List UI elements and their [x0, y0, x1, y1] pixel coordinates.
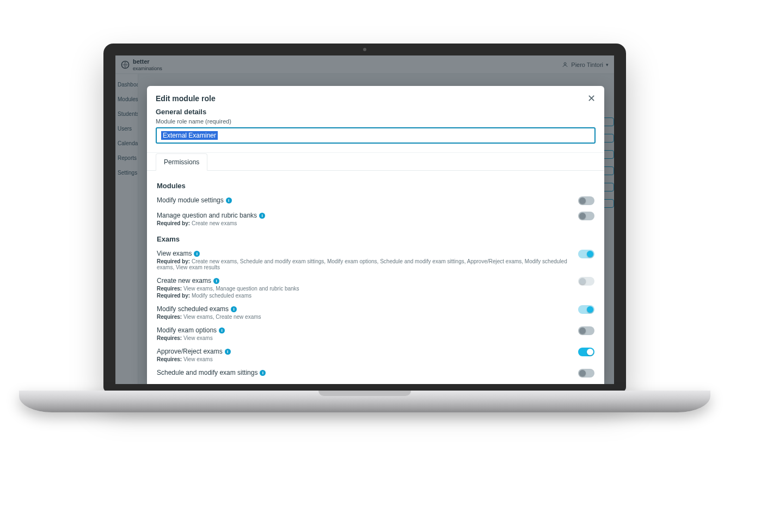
sidebar-item-settings[interactable]: Settings: [115, 165, 138, 180]
permissions-group-exams: Exams: [157, 235, 594, 243]
permission-meta: Required by: Create new exams: [157, 220, 567, 226]
permission-toggle[interactable]: [578, 212, 594, 220]
laptop-camera: [363, 48, 366, 51]
permission-name: Approve/Reject examsi: [157, 348, 231, 355]
permissions-group-modules: Modules: [157, 182, 594, 190]
brand-name: better: [133, 58, 150, 65]
permission-toggle[interactable]: [578, 348, 594, 356]
modal-tabs: Permissions: [147, 153, 604, 171]
user-icon: [562, 61, 568, 68]
sidebar-item-users[interactable]: Users: [115, 121, 138, 136]
permission-row: View examsiRequired by: Create new exams…: [157, 246, 594, 274]
role-name-label: Module role name (required): [156, 118, 596, 125]
user-name: Piero Tintori: [571, 61, 603, 68]
permission-meta: Requires: View exams, Create new exams: [157, 314, 567, 320]
permission-toggle[interactable]: [578, 326, 594, 335]
chevron-down-icon: ▾: [606, 62, 609, 67]
info-icon[interactable]: i: [231, 306, 237, 312]
permission-name: View examsi: [157, 250, 200, 257]
laptop-frame: better examinations Piero Tintori ▾ Dash…: [103, 44, 626, 392]
permission-meta: Requires: View exams: [157, 356, 567, 362]
permissions-panel: ModulesModify module settingsiManage que…: [147, 171, 604, 384]
info-icon[interactable]: i: [194, 251, 200, 257]
topbar: better examinations Piero Tintori ▾: [115, 55, 614, 74]
permission-toggle[interactable]: [578, 250, 594, 258]
permission-meta: Required by: Create new exams, Schedule …: [157, 258, 567, 270]
permission-row: Approve/Reject examsiRequires: View exam…: [157, 344, 594, 366]
user-menu[interactable]: Piero Tintori ▾: [562, 61, 609, 68]
permission-row: Modify exam optionsiRequires: View exams: [157, 323, 594, 344]
sidebar: Dashboard Modules Students Users Calenda…: [115, 74, 138, 384]
permission-name: Manage question and rubric banksi: [157, 212, 265, 219]
info-icon[interactable]: i: [226, 197, 232, 203]
info-icon[interactable]: i: [259, 213, 265, 219]
permission-row: Manage question and rubric banksiRequire…: [157, 208, 594, 230]
role-name-value: External Examiner: [161, 131, 218, 140]
permission-name: Schedule and modify exam sittingsi: [157, 369, 266, 376]
laptop-base: [19, 391, 710, 412]
permission-meta: Requires: View exams, Manage question an…: [157, 286, 567, 292]
permission-row: Modify module settingsi: [157, 193, 594, 208]
brand-mark-icon: [121, 60, 130, 69]
modal-title: Edit module role: [156, 94, 216, 103]
permission-name: Modify module settingsi: [157, 196, 232, 204]
app-screen: better examinations Piero Tintori ▾ Dash…: [115, 55, 614, 384]
permission-row: Modify scheduled examsiRequires: View ex…: [157, 302, 594, 323]
permission-meta: Required by: Modify scheduled exams: [157, 293, 567, 299]
sidebar-item-calendar[interactable]: Calendar: [115, 136, 138, 151]
info-icon[interactable]: i: [219, 327, 225, 333]
brand-sub: examinations: [133, 66, 162, 71]
role-name-input[interactable]: External Examiner: [156, 127, 596, 144]
tab-permissions[interactable]: Permissions: [156, 153, 207, 171]
brand-logo[interactable]: better examinations: [121, 58, 162, 71]
sidebar-item-reports[interactable]: Reports: [115, 151, 138, 165]
info-icon[interactable]: i: [213, 278, 219, 284]
permission-toggle[interactable]: [578, 305, 594, 314]
permission-name: Modify scheduled examsi: [157, 305, 237, 313]
permission-toggle[interactable]: [578, 277, 594, 286]
sidebar-item-students[interactable]: Students: [115, 107, 138, 121]
svg-point-1: [564, 63, 566, 65]
close-icon[interactable]: ✕: [587, 94, 596, 103]
permission-toggle[interactable]: [578, 369, 594, 378]
sidebar-item-dashboard[interactable]: Dashboard: [115, 77, 138, 92]
permission-meta: Requires: View exams: [157, 335, 567, 341]
permission-row: Schedule and modify exam sittingsi: [157, 366, 594, 381]
info-icon[interactable]: i: [225, 349, 231, 355]
general-details-heading: General details: [156, 108, 596, 116]
permission-name: Create new examsi: [157, 277, 219, 284]
permission-toggle[interactable]: [578, 196, 594, 205]
edit-module-role-modal: Edit module role ✕ General details Modul…: [147, 86, 604, 384]
info-icon[interactable]: i: [260, 370, 266, 376]
sidebar-item-modules[interactable]: Modules: [115, 92, 138, 107]
permission-row: Create new examsiRequires: View exams, M…: [157, 274, 594, 302]
permission-name: Modify exam optionsi: [157, 326, 225, 334]
